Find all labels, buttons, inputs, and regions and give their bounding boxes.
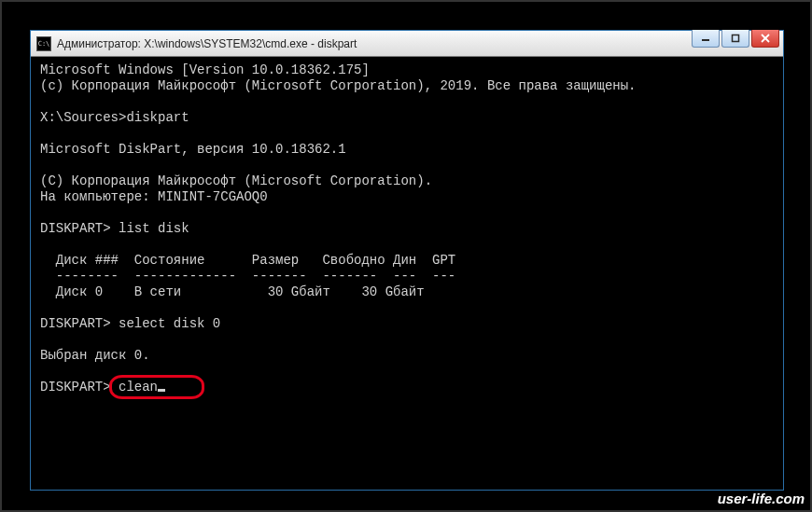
titlebar[interactable]: C:\ Администратор: X:\windows\SYSTEM32\c… xyxy=(31,31,783,57)
svg-rect-1 xyxy=(733,35,739,42)
maximize-icon xyxy=(731,34,740,43)
diskpart-prompt: DISKPART> xyxy=(40,380,119,394)
cursor xyxy=(158,389,165,392)
minimize-button[interactable] xyxy=(692,30,720,48)
screenshot-frame: C:\ Администратор: X:\windows\SYSTEM32\c… xyxy=(0,0,812,512)
terminal-area[interactable]: Microsoft Windows [Version 10.0.18362.17… xyxy=(35,59,779,486)
cmd-window: C:\ Администратор: X:\windows\SYSTEM32\c… xyxy=(30,30,784,491)
close-button[interactable] xyxy=(751,30,779,48)
cmd-icon: C:\ xyxy=(36,36,51,51)
terminal-text: Microsoft Windows [Version 10.0.18362.17… xyxy=(35,59,779,399)
watermark: user-life.com xyxy=(718,491,805,506)
window-title: Администратор: X:\windows\SYSTEM32\cmd.e… xyxy=(57,37,783,50)
typed-command: clean xyxy=(119,380,158,394)
maximize-button[interactable] xyxy=(721,30,749,48)
window-buttons xyxy=(692,30,779,48)
close-icon xyxy=(761,34,770,43)
minimize-icon xyxy=(701,34,710,43)
